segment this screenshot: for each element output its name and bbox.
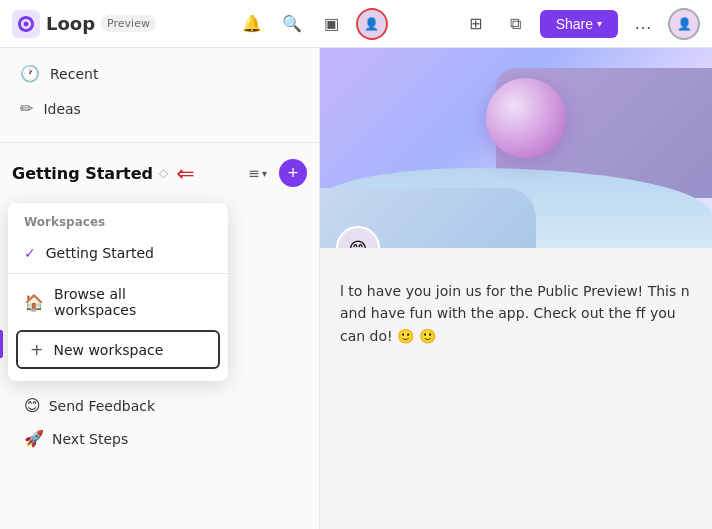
main-layout: 🕐 Recent ✏️ Ideas Getting Started ◇ ⇐ ≡ …	[0, 48, 712, 529]
content-body-content: l to have you join us for the Public Pre…	[340, 283, 690, 344]
share-chevron-icon: ▾	[597, 18, 602, 29]
copy-icon[interactable]: ⧉	[500, 8, 532, 40]
workspace-dropdown: Workspaces ✓ Getting Started 🏠 Browse al…	[8, 203, 228, 381]
dropdown-new-workspace-label: New workspace	[53, 342, 163, 358]
sidebar: 🕐 Recent ✏️ Ideas Getting Started ◇ ⇐ ≡ …	[0, 48, 320, 529]
dropdown-divider	[8, 273, 228, 274]
layout-icon[interactable]: ▣	[316, 8, 348, 40]
svg-point-1	[24, 21, 29, 26]
search-icon[interactable]: 🔍	[276, 8, 308, 40]
loop-logo-icon	[12, 10, 40, 38]
sort-chevron-icon: ▾	[262, 168, 267, 179]
feedback-emoji-icon: 😊	[24, 396, 41, 415]
user-avatar[interactable]: 👤	[668, 8, 700, 40]
more-options-button[interactable]: …	[626, 9, 660, 38]
topbar: Loop Preview 🔔 🔍 ▣ 👤 ⊞ ⧉ Share ▾ … 👤	[0, 0, 712, 48]
workspace-header[interactable]: Getting Started ◇ ⇐ ≡ ▾ +	[0, 151, 319, 195]
preview-badge: Preview	[101, 15, 156, 32]
share-button[interactable]: Share ▾	[540, 10, 618, 38]
content-area: 😊 l to have you join us for the Public P…	[320, 48, 712, 529]
app-logo-text: Loop	[46, 13, 95, 34]
sidebar-divider	[0, 142, 319, 143]
logo-area: Loop Preview	[12, 10, 156, 38]
recent-icon: 🕐	[20, 64, 40, 83]
back-arrow-icon: ⇐	[176, 161, 194, 186]
sidebar-page-next-steps-label: Next Steps	[52, 431, 128, 447]
sidebar-page-send-feedback[interactable]: 😊 Send Feedback	[0, 389, 319, 422]
next-steps-emoji-icon: 🚀	[24, 429, 44, 448]
dropdown-active-workspace: Getting Started	[46, 245, 154, 261]
workspace-title: Getting Started	[12, 164, 153, 183]
sidebar-page-next-steps[interactable]: 🚀 Next Steps	[0, 422, 319, 455]
sort-button[interactable]: ≡ ▾	[240, 161, 275, 185]
overlay-avatar-emoji: 😊	[349, 238, 368, 249]
dropdown-new-workspace[interactable]: + New workspace	[16, 330, 220, 369]
dropdown-item-getting-started[interactable]: ✓ Getting Started	[8, 237, 228, 269]
dropdown-browse-label: Browse all workspaces	[54, 286, 212, 318]
check-icon: ✓	[24, 245, 36, 261]
apps-grid-icon[interactable]: ⊞	[460, 8, 492, 40]
add-button[interactable]: +	[279, 159, 307, 187]
sidebar-item-ideas[interactable]: ✏️ Ideas	[4, 91, 315, 126]
sidebar-nav: 🕐 Recent ✏️ Ideas	[0, 48, 319, 134]
sidebar-item-recent[interactable]: 🕐 Recent	[4, 56, 315, 91]
avatar-initial: 👤	[364, 17, 379, 31]
workspace-diamond-icon: ◇	[159, 166, 168, 180]
user-avatar-icon: 👤	[677, 17, 692, 31]
workspace-actions: ≡ ▾ +	[240, 159, 307, 187]
sidebar-page-feedback-label: Send Feedback	[49, 398, 155, 414]
plus-icon: +	[30, 340, 43, 359]
center-avatar[interactable]: 👤	[356, 8, 388, 40]
hero-sphere	[486, 78, 566, 158]
share-label: Share	[556, 16, 593, 32]
dropdown-section-label: Workspaces	[8, 211, 228, 237]
sort-icon: ≡	[248, 165, 260, 181]
sidebar-recent-label: Recent	[50, 66, 98, 82]
content-hero-image: 😊	[320, 48, 712, 248]
dropdown-browse-workspaces[interactable]: 🏠 Browse all workspaces	[8, 278, 228, 326]
sidebar-ideas-label: Ideas	[43, 101, 81, 117]
notification-icon[interactable]: 🔔	[236, 8, 268, 40]
sidebar-items: 😊 Send Feedback 🚀 Next Steps	[0, 385, 319, 459]
active-item-indicator	[0, 330, 3, 358]
ideas-icon: ✏️	[20, 99, 33, 118]
content-body-text: l to have you join us for the Public Pre…	[320, 248, 712, 363]
home-icon: 🏠	[24, 293, 44, 312]
